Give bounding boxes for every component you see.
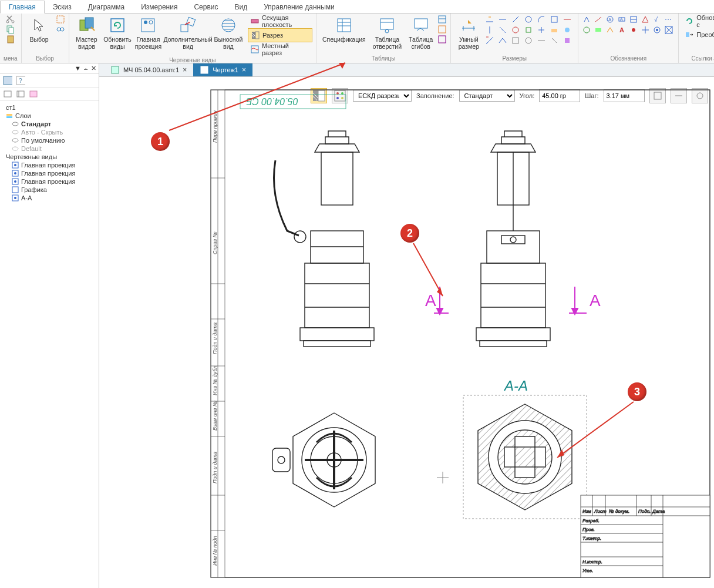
dim-icon-19[interactable] <box>537 36 546 45</box>
tree-view-3[interactable]: Графика <box>4 186 95 194</box>
dim-icon-5[interactable] <box>537 15 546 24</box>
tree-tool-1-icon[interactable] <box>3 89 12 99</box>
update-views-button[interactable]: Обновить виды <box>103 15 132 51</box>
annot-icon-5[interactable] <box>629 15 638 24</box>
dim-icon-13[interactable] <box>550 25 559 35</box>
aux-view-button[interactable]: Дополнительный вид <box>164 15 211 51</box>
dim-icon-17[interactable] <box>511 36 520 45</box>
annot-icon-2[interactable] <box>594 15 603 24</box>
dim-icon-12[interactable] <box>537 25 546 35</box>
svg-rect-5 <box>57 16 64 23</box>
annot-icon-11[interactable] <box>605 25 615 35</box>
convert-button[interactable]: Преобразо <box>682 28 714 41</box>
select-chain-icon[interactable] <box>56 25 65 34</box>
svg-text:Изм: Изм <box>582 509 591 514</box>
tree-layer-autohide[interactable]: Авто - Скрыть <box>4 128 95 136</box>
svg-point-135 <box>294 231 306 243</box>
view-wizard-button[interactable]: Мастер видов <box>73 15 101 51</box>
dim-icon-4[interactable] <box>524 15 533 24</box>
ribbon-tab-service[interactable]: Сервис <box>186 1 226 13</box>
ribbon-tab-diagram[interactable]: Диаграмма <box>80 1 133 13</box>
dim-icon-14[interactable] <box>563 25 572 35</box>
annot-icon-3[interactable]: A <box>605 15 615 24</box>
tree-views-header[interactable]: Чертежные виды <box>4 153 95 161</box>
table-small-2-icon[interactable] <box>437 25 447 34</box>
bends-table-button[interactable]: Таблица сгибов <box>406 15 435 51</box>
dim-icon-18[interactable] <box>524 36 533 45</box>
section-button[interactable]: Разрез <box>248 28 312 42</box>
dim-icon-20[interactable] <box>550 36 559 45</box>
drawing-canvas[interactable]: ЕСКД разрезы Заполнение: Стандарт Угол: … <box>99 77 714 588</box>
annot-icon-1[interactable] <box>582 15 591 24</box>
annot-icon-7[interactable]: √ <box>652 15 662 24</box>
tree-tool-3-icon[interactable] <box>29 89 38 99</box>
tree-layer-standard[interactable]: Стандарт <box>4 120 95 128</box>
tree-view-4[interactable]: A-A <box>4 194 95 202</box>
tree-view-2[interactable]: Главная проекция <box>4 177 95 186</box>
panel-unpin-icon[interactable]: ⫠ <box>83 65 89 72</box>
ribbon-tab-main[interactable]: Главная <box>0 1 45 14</box>
annot-icon-6[interactable] <box>641 15 650 24</box>
layer-icon <box>12 145 19 152</box>
update-links-button[interactable]: Обновить с <box>682 15 714 28</box>
dim-icon-2[interactable] <box>498 15 507 24</box>
annot-icon-4[interactable]: A <box>617 15 627 24</box>
svg-text:Подп и дата: Подп и дата <box>212 452 218 483</box>
dim-icon-16[interactable] <box>498 36 507 45</box>
dim-icon-11[interactable] <box>524 25 533 35</box>
annot-icon-9[interactable] <box>582 25 591 35</box>
panel-tab-2-icon[interactable]: ? <box>16 76 25 85</box>
main-projection-button[interactable]: Главная проекция <box>134 15 162 51</box>
paste-icon[interactable] <box>6 35 15 44</box>
dim-icon-21[interactable] <box>563 36 572 45</box>
detail-view-icon <box>219 16 238 35</box>
annot-icon-14[interactable] <box>641 25 650 35</box>
dim-icon-3[interactable] <box>511 15 520 24</box>
spec-button[interactable]: Спецификация <box>320 15 368 44</box>
tree-layer-default-en[interactable]: Default <box>4 145 95 153</box>
tree-layer-default-ru[interactable]: По умолчанию <box>4 136 95 145</box>
ribbon-tab-sketch[interactable]: Эскиз <box>45 1 80 13</box>
ribbon-tab-view[interactable]: Вид <box>227 1 256 13</box>
annot-icon-13[interactable] <box>629 25 638 35</box>
dim-icon-9[interactable] <box>498 25 507 35</box>
tree-view-1[interactable]: Главная проекция <box>4 169 95 177</box>
panel-pin-icon[interactable]: ▼ <box>75 65 81 72</box>
select-button[interactable]: Выбор <box>25 15 53 44</box>
local-section-button[interactable]: Местный разрез <box>248 43 312 56</box>
group-label-selection: Выбор <box>36 54 54 63</box>
tree-layers-header[interactable]: Слои <box>4 112 95 120</box>
select-fence-icon[interactable] <box>56 15 65 24</box>
dim-icon-8[interactable] <box>485 25 494 35</box>
cutting-plane-icon <box>250 16 260 26</box>
dim-icon-10[interactable] <box>511 25 520 35</box>
svg-text:Утв.: Утв. <box>582 568 593 573</box>
copy-icon[interactable] <box>6 25 15 34</box>
table-small-3-icon[interactable] <box>437 35 447 44</box>
annot-icon-10[interactable] <box>594 25 603 35</box>
cutting-plane-button[interactable]: Секущая плоскость <box>248 15 312 28</box>
detail-view-button[interactable]: Выносной вид <box>214 15 243 51</box>
tree-view-0[interactable]: Главная проекция <box>4 161 95 169</box>
ribbon-tab-data[interactable]: Управление данными <box>255 1 343 13</box>
panel-close-icon[interactable]: ✕ <box>91 65 96 72</box>
dim-icon-1[interactable] <box>485 15 494 24</box>
annot-icon-16[interactable] <box>664 25 673 35</box>
table-small-1-icon[interactable] <box>437 15 447 24</box>
dim-icon-7[interactable] <box>563 15 572 24</box>
dim-icon-15[interactable] <box>485 36 494 45</box>
dimension-icon <box>459 16 478 35</box>
holes-table-button[interactable]: Таблица отверстий <box>371 15 404 51</box>
cut-icon[interactable] <box>6 15 15 24</box>
tree-root[interactable]: ст1 <box>4 103 95 112</box>
svg-text:Инв № подп: Инв № подп <box>212 536 218 566</box>
annot-icon-8[interactable] <box>664 15 673 24</box>
dim-icon-6[interactable] <box>550 15 559 24</box>
smart-dimension-button[interactable]: Умный размер <box>454 15 483 51</box>
annot-icon-12[interactable]: A <box>617 25 627 35</box>
panel-tab-1-icon[interactable] <box>3 76 12 85</box>
group-label-annot: Обозначения <box>610 54 646 63</box>
tree-tool-2-icon[interactable] <box>16 89 25 99</box>
ribbon-tab-measure[interactable]: Измерения <box>133 1 186 13</box>
annot-icon-15[interactable] <box>652 25 662 35</box>
